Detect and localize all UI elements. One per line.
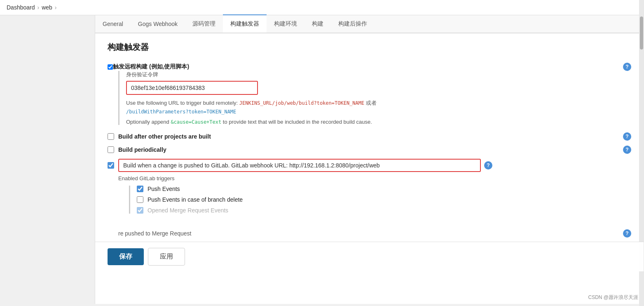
breadcrumb-sep1: ›: [37, 4, 40, 11]
tab-build-env[interactable]: 构建环境: [267, 15, 304, 33]
url-text-block: Use the following URL to trigger build r…: [126, 99, 497, 116]
opened-merge-request-row: Opened Merge Request Events: [137, 207, 631, 214]
gitlab-build-checkbox[interactable]: [108, 162, 114, 169]
enabled-gitlab-label: Enabled GitLab triggers: [118, 175, 631, 181]
build-periodically-label: Build periodically: [118, 146, 166, 153]
bottom-bar: 保存 应用: [95, 242, 644, 271]
remote-build-label: 触发远程构建 (例如,使用脚本): [113, 63, 189, 71]
gitlab-build-section: ? Enabled GitLab triggers Push Events: [108, 159, 631, 214]
token-input[interactable]: [126, 81, 258, 95]
breadcrumb-sep2: ›: [55, 4, 57, 11]
page-title: 构建触发器: [108, 42, 631, 53]
left-spacer: [0, 15, 95, 304]
remote-build-indent: 身份验证令牌 Use the following URL to trigger …: [118, 71, 631, 125]
remote-build-checkbox[interactable]: [108, 64, 113, 70]
enabled-gitlab-triggers: Enabled GitLab triggers Push Events Push…: [118, 175, 631, 214]
push-events-label: Push Events: [148, 186, 180, 192]
build-periodically-help-icon[interactable]: ?: [623, 146, 631, 154]
tab-build-trigger[interactable]: 构建触发器: [223, 14, 267, 33]
url-prefix: Use the following URL to trigger build r…: [126, 100, 239, 106]
build-after-label: Build after other projects are built: [118, 133, 211, 140]
build-periodically-checkbox[interactable]: [108, 146, 114, 153]
tab-source-mgmt[interactable]: 源码管理: [185, 15, 223, 33]
token-input-wrapper: [126, 81, 631, 95]
save-button[interactable]: 保存: [108, 248, 144, 265]
tab-post-build[interactable]: 构建后操作: [331, 15, 375, 33]
push-events-checkbox[interactable]: [137, 186, 143, 192]
url-code: JENKINS_URL/job/web/build?token=TOKEN_NA…: [239, 100, 364, 106]
breadcrumb: Dashboard › web ›: [0, 0, 644, 15]
remote-build-section: 触发远程构建 (例如,使用脚本) ? 身份验证令牌 Use the follow…: [108, 63, 631, 125]
gitlab-triggers-indent: Push Events Push Events in case of branc…: [129, 186, 631, 214]
url-or: 或者: [366, 100, 377, 106]
opened-merge-request-checkbox[interactable]: [137, 207, 143, 214]
merge-request-suffix: re pushed to Merge Request: [118, 230, 191, 237]
gitlab-build-input[interactable]: [118, 159, 481, 172]
tab-general[interactable]: General: [95, 15, 131, 33]
optional-code: &cause=Cause+Text: [171, 119, 221, 125]
build-after-row: Build after other projects are built ?: [108, 132, 631, 141]
optional-suffix: to provide text that will be included in…: [221, 119, 372, 125]
tab-build[interactable]: 构建: [304, 15, 331, 33]
push-events-branch-delete-row: Push Events in case of branch delete: [137, 196, 631, 203]
build-after-help-icon[interactable]: ?: [623, 132, 631, 141]
remote-build-help-icon[interactable]: ?: [623, 63, 631, 71]
push-events-row: Push Events: [137, 186, 631, 192]
push-events-branch-delete-label: Push Events in case of branch delete: [148, 196, 243, 203]
breadcrumb-dashboard[interactable]: Dashboard: [7, 4, 35, 11]
tab-gogs-webhook[interactable]: Gogs Webhook: [131, 15, 185, 33]
auth-token-label: 身份验证令牌: [126, 71, 631, 78]
apply-button[interactable]: 应用: [148, 248, 185, 266]
optional-prefix: Optionally append: [126, 119, 171, 125]
bottom-section: re pushed to Merge Request ? 保存 应用: [95, 229, 644, 271]
merge-request-help-icon[interactable]: ?: [623, 229, 631, 238]
scrollbar-thumb[interactable]: [640, 16, 643, 49]
push-events-branch-delete-checkbox[interactable]: [137, 196, 143, 203]
gitlab-row: ?: [108, 159, 631, 172]
build-after-checkbox[interactable]: [108, 133, 114, 140]
breadcrumb-web[interactable]: web: [42, 4, 52, 11]
page-body: 构建触发器 触发远程构建 (例如,使用脚本) ? 身份验证令牌: [95, 33, 644, 229]
content-area: General Gogs Webhook 源码管理 构建触发器 构建环境 构建 …: [95, 15, 644, 304]
watermark: CSDN @愿许浪尽天涯: [588, 294, 638, 301]
url-code2: /buildWithParameters?token=TOKEN_NAME: [126, 109, 236, 115]
merge-request-text-row: re pushed to Merge Request ?: [95, 229, 644, 242]
build-periodically-row: Build periodically ?: [108, 146, 631, 154]
opened-merge-request-label: Opened Merge Request Events: [148, 207, 228, 214]
gitlab-build-help-icon[interactable]: ?: [484, 161, 492, 169]
optional-text: Optionally append &cause=Cause+Text to p…: [126, 119, 631, 125]
tabs-bar: General Gogs Webhook 源码管理 构建触发器 构建环境 构建 …: [95, 15, 644, 33]
